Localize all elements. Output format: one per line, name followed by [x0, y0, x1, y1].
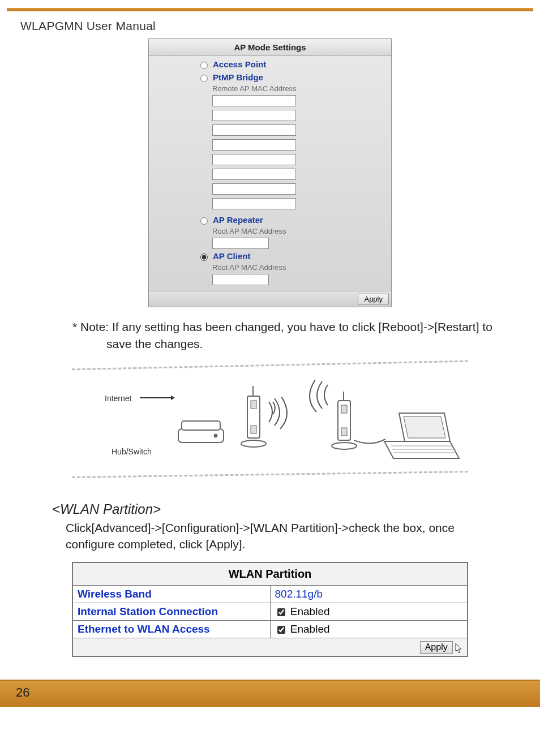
radio-label: AP Client [213, 251, 250, 261]
ap-mode-option-access-point[interactable]: Access Point [149, 57, 391, 70]
diagram-label-internet: Internet [105, 394, 131, 403]
diagram-label-hub: Hub/Switch [112, 447, 152, 456]
remote-mac-input-2[interactable] [212, 110, 296, 121]
wlan-key-internal-station: Internal Station Connection [72, 603, 270, 620]
remote-mac-inputs [149, 95, 391, 209]
client-mac-field [149, 274, 391, 285]
radio-ap-client[interactable] [200, 254, 208, 261]
svg-point-2 [214, 434, 217, 437]
radio-ptmp-bridge[interactable] [200, 75, 208, 82]
diagram-dash-top [72, 360, 468, 371]
footer-bar: 26 [0, 680, 540, 707]
remote-mac-input-5[interactable] [212, 154, 296, 165]
svg-rect-10 [341, 405, 347, 413]
wlan-apply-button[interactable]: Apply [420, 641, 453, 654]
radio-access-point[interactable] [200, 62, 208, 69]
svg-rect-11 [341, 428, 347, 436]
laptop-icon [378, 409, 462, 465]
ap-mode-option-ap-repeater[interactable]: AP Repeater [149, 213, 391, 226]
internal-station-checkbox[interactable] [277, 608, 285, 616]
table-row: Wireless Band 802.11g/b [72, 585, 468, 603]
ap-panel-title: AP Mode Settings [149, 39, 391, 56]
table-row: Ethernet to WLAN Access Enabled [72, 620, 468, 638]
repeater-mac-input[interactable] [212, 238, 269, 249]
ap-mode-settings-panel: AP Mode Settings Access Point PtMP Bridg… [148, 38, 392, 307]
wlan-apply-row: Apply [72, 638, 468, 656]
root-mac-label-1: Root AP MAC Address [149, 226, 391, 238]
svg-rect-1 [182, 421, 220, 430]
page-title: WLAPGMN User Manual [20, 19, 540, 33]
remote-mac-input-4[interactable] [212, 139, 296, 151]
arrow-icon [140, 397, 174, 398]
wlan-table-title: WLAN Partition [72, 562, 468, 586]
ap-apply-button[interactable]: Apply [358, 294, 389, 304]
wlan-val-ethernet-wlan: Enabled [270, 620, 468, 638]
remote-mac-input-8[interactable] [212, 198, 296, 209]
remote-mac-input-1[interactable] [212, 95, 296, 106]
checkbox-label: Enabled [290, 605, 330, 617]
wlan-partition-heading: <WLAN Partition> [52, 501, 540, 517]
repeater-mac-field [149, 238, 391, 249]
radio-label: AP Repeater [213, 215, 263, 225]
svg-point-7 [241, 440, 266, 447]
remote-mac-input-6[interactable] [212, 169, 296, 180]
wlan-partition-table: WLAN Partition Wireless Band 802.11g/b I… [72, 562, 468, 657]
remote-mac-label: Remote AP MAC Address [149, 83, 391, 95]
wlan-val-internal-station: Enabled [270, 603, 468, 620]
radio-label: PtMP Bridge [213, 72, 263, 82]
remote-mac-input-3[interactable] [212, 124, 296, 136]
wlan-key-wireless-band: Wireless Band [72, 585, 270, 603]
ethernet-wlan-checkbox[interactable] [277, 626, 285, 634]
svg-point-12 [332, 443, 357, 449]
radio-waves-right-icon [264, 397, 293, 431]
svg-rect-6 [251, 426, 256, 433]
root-mac-label-2: Root AP MAC Address [149, 262, 391, 274]
network-diagram: Internet Hub/Switch [72, 363, 468, 476]
cursor-icon [455, 642, 464, 654]
svg-rect-5 [251, 401, 256, 409]
ap-mode-option-ap-client[interactable]: AP Client [149, 249, 391, 262]
radio-ap-repeater[interactable] [200, 217, 208, 225]
wlan-partition-instructions: Click[Advanced]->[Configuration]->[WLAN … [66, 519, 506, 553]
top-rule [7, 8, 533, 11]
wlan-key-ethernet-wlan: Ethernet to WLAN Access [72, 620, 270, 638]
hub-device-icon [174, 414, 230, 448]
table-row: Internal Station Connection Enabled [72, 603, 468, 620]
client-mac-input[interactable] [212, 274, 269, 285]
diagram-dash-bot [72, 471, 468, 478]
ap-mode-option-ptmp-bridge[interactable]: PtMP Bridge [149, 70, 391, 83]
page-number: 26 [16, 685, 29, 700]
checkbox-label: Enabled [290, 623, 330, 635]
reboot-note: * Note: If any setting has been changed,… [72, 319, 506, 353]
wlan-val-wireless-band: 802.11g/b [270, 585, 468, 603]
remote-mac-input-7[interactable] [212, 183, 296, 195]
radio-label: Access Point [213, 59, 266, 69]
